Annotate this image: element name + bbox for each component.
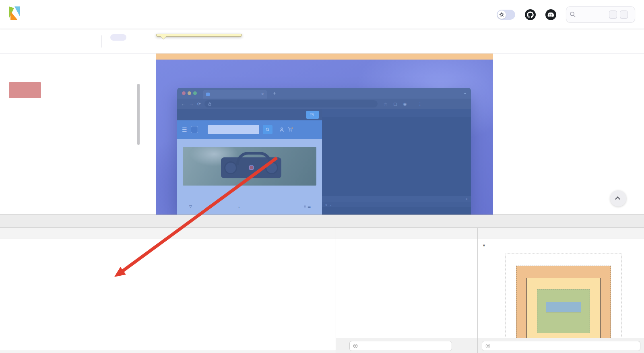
styles-filter-bar <box>336 338 644 353</box>
logo-product <box>9 82 41 98</box>
web-inspector-panel: ▼ <box>0 215 644 353</box>
filter-icon <box>485 343 490 349</box>
styles-pane[interactable] <box>336 239 477 351</box>
article-screenshot-image: ✕ +⌄ ←→⟳ ☆▢◉ ⋮ ☰ <box>156 52 493 215</box>
inspector-content-highlight <box>156 60 493 215</box>
styles-filter-field[interactable] <box>349 341 452 351</box>
k-key <box>620 10 628 19</box>
top-navbar <box>0 0 644 29</box>
docs-sidebar <box>0 54 149 215</box>
pane-divider[interactable] <box>477 228 478 353</box>
element-size-tooltip <box>156 34 242 37</box>
search-input-container[interactable] <box>566 6 635 23</box>
chevron-up-icon <box>615 196 620 202</box>
apify-logo-icon <box>9 6 23 20</box>
courses-pill[interactable] <box>110 34 126 41</box>
search-input[interactable] <box>579 11 606 18</box>
box-model-content <box>546 302 581 312</box>
search-icon <box>570 11 576 18</box>
theme-toggle[interactable] <box>497 10 515 20</box>
sidebar-scrollbar[interactable] <box>137 84 140 145</box>
secondary-navbar <box>0 29 644 54</box>
pane-divider[interactable] <box>336 228 336 353</box>
filter-icon <box>353 343 358 349</box>
subnav-divider <box>101 35 102 47</box>
dom-tree-pane[interactable] <box>0 239 336 351</box>
sun-icon <box>499 12 504 17</box>
computed-filter-field[interactable] <box>482 341 640 351</box>
inspector-toolbar-strip <box>0 228 644 239</box>
github-icon[interactable] <box>525 9 536 20</box>
inspector-tabbar <box>0 215 644 228</box>
apify-docs-logo[interactable] <box>9 6 27 20</box>
box-model-section: ▼ <box>477 239 644 338</box>
top-nav-right <box>497 0 635 29</box>
panel-bottom-strip <box>0 351 336 353</box>
cmd-key <box>609 10 617 19</box>
scroll-to-top-button[interactable] <box>610 190 626 206</box>
discord-icon[interactable] <box>545 9 556 20</box>
